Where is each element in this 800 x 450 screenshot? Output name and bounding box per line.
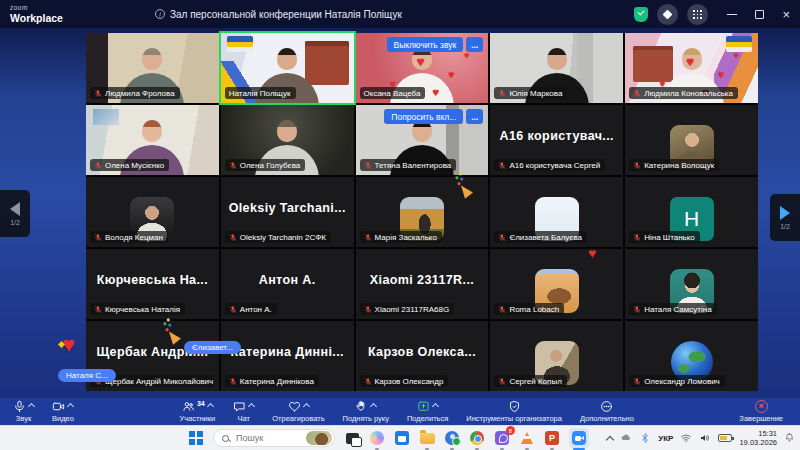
chevron-up-icon[interactable] bbox=[248, 403, 255, 410]
taskbar-search[interactable] bbox=[213, 429, 335, 447]
participant-name: Oleksiy Tarchanin 2СФК bbox=[240, 233, 326, 242]
volume-icon[interactable] bbox=[699, 432, 711, 444]
chevron-up-icon[interactable] bbox=[67, 403, 74, 410]
participant-name: Roma Lobach bbox=[509, 305, 559, 314]
audio-button[interactable]: Звук bbox=[4, 398, 43, 425]
participant-nameplate: Олена Голубєва bbox=[225, 159, 305, 171]
microsoft-store-button[interactable] bbox=[394, 430, 410, 446]
mute-participant-button[interactable]: Выключить звук bbox=[387, 37, 464, 52]
participant-tile[interactable]: Попросить вкл......Тетяна Валентирова bbox=[356, 105, 489, 175]
previous-page-button[interactable]: 1/2 bbox=[0, 190, 30, 237]
participant-nameplate: Ніна Штанько bbox=[629, 231, 700, 243]
zoom-window: zoom Workplace i Зал персональной конфер… bbox=[0, 0, 800, 450]
language-indicator[interactable]: УКР bbox=[658, 434, 673, 443]
file-explorer-button[interactable] bbox=[419, 430, 435, 446]
raise-hand-button[interactable]: Поднять руку bbox=[334, 398, 398, 425]
minimize-button[interactable] bbox=[727, 14, 737, 15]
participant-tile[interactable]: Олена Мусієнко bbox=[86, 105, 219, 175]
copilot-icon bbox=[370, 431, 384, 445]
participant-nameplate: Карзов Олександр bbox=[360, 375, 449, 387]
host-tools-button[interactable]: Инструменты организатора bbox=[457, 398, 571, 425]
muted-mic-icon bbox=[633, 377, 641, 386]
meeting-toolbar: Звук Видео 34 Участники Чат Отреагироват… bbox=[0, 398, 800, 425]
participant-nameplate: Катерина Диннікова bbox=[225, 375, 319, 387]
chat-icon bbox=[233, 400, 246, 413]
meeting-info-icon[interactable]: i bbox=[155, 9, 165, 19]
chevron-up-icon[interactable] bbox=[432, 403, 439, 410]
copilot-button[interactable] bbox=[369, 430, 385, 446]
ask-to-unmute-button[interactable]: Попросить вкл... bbox=[384, 109, 463, 124]
react-button[interactable]: Отреагировать bbox=[263, 398, 333, 425]
muted-mic-icon bbox=[229, 305, 237, 314]
participant-tile[interactable]: Наталя Самсутіна bbox=[625, 249, 758, 319]
chevron-up-icon[interactable] bbox=[28, 403, 35, 410]
participant-tile[interactable]: А16 користувач...А16 користувача Сергей bbox=[490, 105, 623, 175]
video-button[interactable]: Видео bbox=[43, 398, 83, 425]
tray-time: 15:31 bbox=[739, 429, 777, 438]
participant-nameplate: Марія Заскалько bbox=[360, 231, 442, 243]
end-meeting-button[interactable]: × Завершение bbox=[730, 398, 792, 425]
participant-tile[interactable]: ННіна Штанько bbox=[625, 177, 758, 247]
bluetooth-tray-icon[interactable] bbox=[639, 432, 651, 444]
more-button[interactable]: Дополнительно bbox=[571, 398, 643, 425]
participant-tile[interactable]: Людмила Фролова bbox=[86, 33, 219, 103]
search-input[interactable] bbox=[234, 432, 292, 444]
participants-button[interactable]: 34 Участники bbox=[170, 398, 224, 425]
participant-tile[interactable]: Кюрчевська На...Кюрчевська Наталія bbox=[86, 249, 219, 319]
close-button[interactable]: × bbox=[782, 8, 790, 21]
chevron-up-icon[interactable] bbox=[207, 403, 214, 410]
start-button[interactable] bbox=[188, 430, 204, 446]
maximize-button[interactable] bbox=[755, 10, 764, 19]
zoom-app-button[interactable] bbox=[569, 428, 589, 448]
task-view-button[interactable] bbox=[344, 430, 360, 446]
participant-tile[interactable]: Єлизавета Балуєва bbox=[490, 177, 623, 247]
participant-name: Наталія Поліщук bbox=[229, 89, 291, 98]
participant-tile[interactable]: Юлія Маркова bbox=[490, 33, 623, 103]
search-highlight-image[interactable] bbox=[306, 431, 332, 445]
apps-grid-button[interactable] bbox=[687, 4, 708, 25]
chat-button[interactable]: Чат bbox=[224, 398, 263, 425]
tile-more-options-button[interactable]: ... bbox=[466, 37, 483, 52]
security-shield-icon[interactable] bbox=[634, 7, 648, 22]
participant-tile[interactable]: Катерина Волощук bbox=[625, 105, 758, 175]
participant-tile[interactable]: Олександр Ломович bbox=[625, 321, 758, 391]
vlc-button[interactable] bbox=[519, 430, 535, 446]
tray-clock[interactable]: 15:31 19.03.2026 bbox=[739, 429, 777, 448]
participant-tile[interactable]: Володя Кецман bbox=[86, 177, 219, 247]
participant-tile[interactable]: Сергей Копыл bbox=[490, 321, 623, 391]
muted-mic-icon bbox=[94, 161, 102, 170]
participant-tile[interactable]: Антон А.Антон А. bbox=[221, 249, 354, 319]
onedrive-cloud-icon[interactable] bbox=[620, 432, 632, 444]
share-screen-button[interactable]: Поделиться bbox=[398, 398, 457, 425]
tile-more-options-button[interactable]: ... bbox=[466, 109, 483, 124]
next-page-button[interactable]: 1/2 bbox=[770, 194, 800, 241]
participant-tile[interactable]: Roma Lobach bbox=[490, 249, 623, 319]
mic-icon bbox=[13, 400, 26, 413]
virtual-background-logo bbox=[726, 36, 752, 52]
participant-nameplate: Олександр Ломович bbox=[629, 375, 725, 387]
chevron-up-icon[interactable] bbox=[370, 403, 377, 410]
participant-tile[interactable]: Карзов Олекса...Карзов Олександр bbox=[356, 321, 489, 391]
participant-tile[interactable]: Xiaomi 23117R...Xiaomi 23117RA68G bbox=[356, 249, 489, 319]
video-icon bbox=[52, 400, 65, 413]
participant-tile[interactable]: ♥♥♥♥♥Людмила Коновальська bbox=[625, 33, 758, 103]
chrome-button[interactable] bbox=[469, 430, 485, 446]
meetings-app-button[interactable] bbox=[444, 430, 460, 446]
participant-tile[interactable]: Олена Голубєва bbox=[221, 105, 354, 175]
ai-companion-button[interactable] bbox=[657, 4, 678, 25]
participant-tile[interactable]: Oleksiy Tarchani...Oleksiy Tarchanin 2СФ… bbox=[221, 177, 354, 247]
wifi-icon[interactable] bbox=[680, 432, 692, 444]
store-icon bbox=[395, 431, 409, 445]
notification-bell-icon[interactable] bbox=[784, 429, 795, 447]
participant-tile[interactable]: Наталія Поліщук bbox=[221, 33, 354, 103]
tray-hidden-icons-chevron[interactable] bbox=[606, 435, 614, 443]
participant-name: Катерина Диннікова bbox=[240, 377, 314, 386]
party-popper-icon bbox=[168, 330, 178, 343]
chevron-up-icon[interactable] bbox=[303, 403, 310, 410]
participant-tile[interactable]: Катерина Динні...Катерина Диннікова bbox=[221, 321, 354, 391]
participant-tile[interactable]: ♥♥♥♥♥Выключить звук...Оксана Вацеба bbox=[356, 33, 489, 103]
powerpoint-button[interactable]: P bbox=[544, 430, 560, 446]
viber-button[interactable]: 8 bbox=[494, 430, 510, 446]
participant-nameplate: Юлія Маркова bbox=[494, 87, 567, 99]
battery-icon[interactable] bbox=[718, 434, 732, 442]
